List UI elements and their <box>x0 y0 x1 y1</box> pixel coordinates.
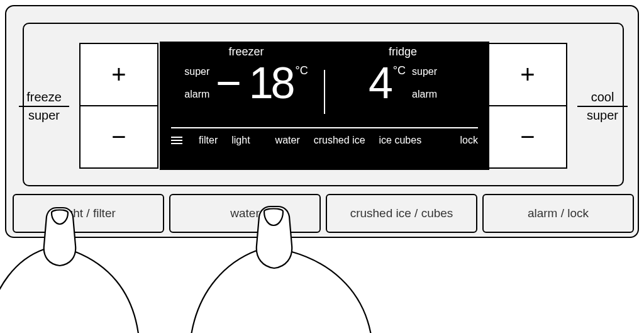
alarm-lock-button[interactable]: alarm / lock <box>482 194 634 233</box>
freezer-title: freezer <box>228 45 264 59</box>
cool-label: cool <box>577 90 628 107</box>
fridge-indicators: super alarm <box>412 66 437 100</box>
fridge-temp-controls: + − <box>488 43 567 169</box>
fridge-title: fridge <box>389 45 417 59</box>
fridge-temp-unit: °C <box>393 65 406 76</box>
lcd-ice-cubes: ice cubes <box>379 135 422 146</box>
fridge-temp-value: 4 <box>369 61 391 105</box>
freezer-plus-button[interactable]: + <box>79 43 158 106</box>
lcd-crushed-ice: crushed ice <box>314 135 365 146</box>
lcd-bottom-row: filter light water crushed ice ice cubes… <box>171 128 478 152</box>
lcd-lock: lock <box>460 135 478 146</box>
lcd-filter: filter <box>199 135 218 146</box>
super-label-left: super <box>19 107 69 123</box>
menu-icon <box>171 137 182 144</box>
freezer-temp-value: − 18 <box>216 61 292 105</box>
hand-right-icon <box>189 201 377 333</box>
freezer-temp: − 18 °C <box>216 61 308 105</box>
freezer-temp-controls: + − <box>79 43 158 169</box>
freezer-indicators: super alarm <box>184 66 209 100</box>
fridge-plus-button[interactable]: + <box>488 43 567 106</box>
fridge-temp-row: 4 °C super alarm <box>328 61 478 105</box>
super-label-right: super <box>577 107 628 123</box>
cool-super-label: cool super <box>577 90 628 123</box>
lcd-top: freezer super alarm − 18 °C fri <box>171 45 478 126</box>
fridge-super-indicator: super <box>412 66 437 77</box>
vertical-divider <box>324 70 325 114</box>
lcd-display: freezer super alarm − 18 °C fri <box>160 42 489 170</box>
freeze-super-label: freeze super <box>19 90 69 123</box>
fridge-alarm-indicator: alarm <box>412 89 437 100</box>
lcd-light: light <box>231 135 250 146</box>
freezer-zone: freezer super alarm − 18 °C <box>171 45 321 126</box>
hand-left-icon <box>0 201 157 333</box>
freezer-super-indicator: super <box>184 66 209 77</box>
freezer-temp-row: super alarm − 18 °C <box>171 61 321 105</box>
lcd-water: water <box>275 135 300 146</box>
freezer-temp-unit: °C <box>296 65 308 76</box>
fridge-minus-button[interactable]: − <box>488 106 567 169</box>
freezer-alarm-indicator: alarm <box>184 89 209 100</box>
freeze-label: freeze <box>19 90 69 107</box>
freezer-minus-button[interactable]: − <box>79 106 158 169</box>
fridge-temp: 4 °C <box>369 61 406 105</box>
fridge-zone: fridge 4 °C super alarm <box>328 45 478 126</box>
display-frame: freeze super cool super + − + − freezer … <box>23 23 624 186</box>
